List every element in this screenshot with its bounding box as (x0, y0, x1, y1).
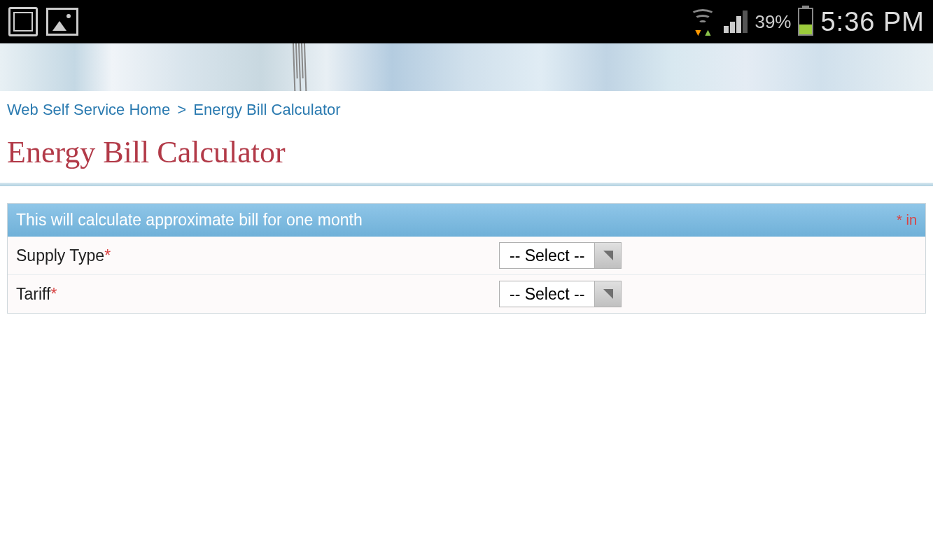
breadcrumb-current-link[interactable]: Energy Bill Calculator (193, 101, 340, 118)
supply-type-selected-text: -- Select -- (500, 243, 594, 268)
page-title: Energy Bill Calculator (0, 129, 933, 183)
tariff-label: Tariff* (16, 285, 499, 304)
panel-header-text: This will calculate approximate bill for… (16, 211, 363, 230)
status-left (8, 7, 78, 36)
panel-header-right: * in (897, 212, 917, 228)
header-banner (0, 43, 933, 91)
battery-icon (798, 8, 813, 36)
breadcrumb-separator: > (177, 101, 186, 118)
picture-icon (46, 8, 78, 36)
breadcrumb: Web Self Service Home > Energy Bill Calc… (0, 91, 933, 129)
status-right: ▼▲ 39% 5:36 PM (689, 7, 925, 37)
android-status-bar: ▼▲ 39% 5:36 PM (0, 0, 933, 43)
title-underline (0, 183, 933, 186)
tariff-selected-text: -- Select -- (500, 281, 594, 307)
dropdown-arrow-icon (594, 281, 621, 307)
svg-marker-1 (603, 289, 613, 299)
supply-type-select[interactable]: -- Select -- (499, 242, 622, 269)
form-row-supply-type: Supply Type* -- Select -- (8, 237, 925, 275)
panel-header: This will calculate approximate bill for… (8, 204, 925, 237)
calculator-form-panel: This will calculate approximate bill for… (7, 203, 926, 314)
supply-type-label: Supply Type* (16, 246, 499, 265)
tariff-select[interactable]: -- Select -- (499, 281, 622, 307)
breadcrumb-home-link[interactable]: Web Self Service Home (7, 101, 170, 118)
signal-strength-icon (724, 10, 748, 33)
clock: 5:36 PM (820, 7, 925, 37)
svg-marker-0 (603, 251, 613, 260)
sim-card-icon (8, 7, 38, 36)
dropdown-arrow-icon (594, 243, 621, 268)
battery-percent: 39% (755, 11, 791, 33)
form-row-tariff: Tariff* -- Select -- (8, 275, 925, 313)
wifi-icon: ▼▲ (689, 9, 717, 34)
